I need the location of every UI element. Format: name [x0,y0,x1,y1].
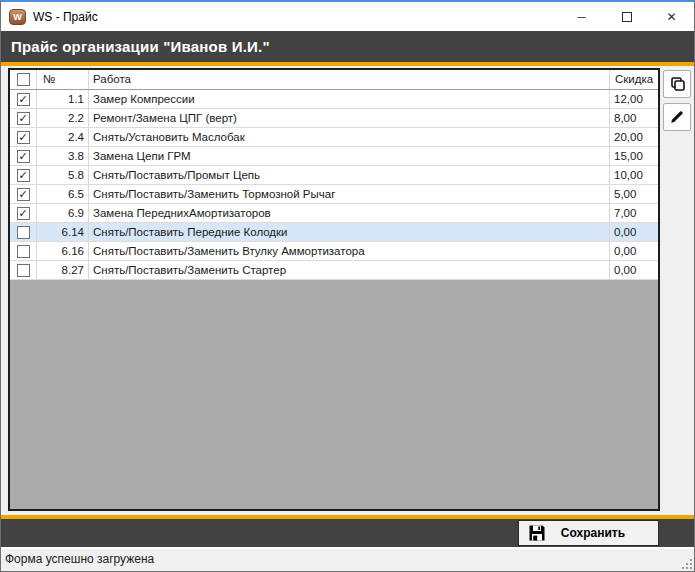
table-row[interactable]: ✓2.4Снять/Установить Маслобак20,00 [10,128,658,147]
column-header-discount: Скидка [610,70,658,89]
status-text: Форма успешно загружена [5,552,154,566]
row-checkbox[interactable]: ✓ [17,188,30,201]
edit-icon [669,109,685,125]
row-discount: 0,00 [610,261,658,279]
table-row[interactable]: ✓2.2Ремонт/Замена ЦПГ (верт)8,00 [10,109,658,128]
row-checkbox[interactable] [17,226,30,239]
row-number: 2.2 [37,109,89,127]
row-discount: 5,00 [610,185,658,203]
row-discount: 12,00 [610,90,658,108]
maximize-button[interactable] [604,2,649,31]
column-header-work: Работа [89,70,610,89]
window-title: WS - Прайс [33,10,559,24]
minimize-icon: ─ [577,10,586,24]
row-discount: 20,00 [610,128,658,146]
select-all-checkbox[interactable] [17,73,30,86]
row-checkbox-cell: ✓ [10,166,37,184]
table-row[interactable]: ✓5.8Снять/Поставить/Промыт Цепь10,00 [10,166,658,185]
row-checkbox-cell [10,242,37,260]
row-number: 8.27 [37,261,89,279]
row-checkbox[interactable]: ✓ [17,169,30,182]
column-header-number: № [37,70,89,89]
page-title: Прайс организации "Иванов И.И." [11,38,270,55]
table-row[interactable]: ✓6.5Снять/Поставить/Заменить Тормозной Р… [10,185,658,204]
row-work: Замер Компрессии [89,90,610,108]
row-checkbox-cell [10,223,37,241]
row-work: Снять/Поставить Передние Колодки [89,223,610,241]
table-row[interactable]: ✓6.9Замена ПереднихАмортизаторов7,00 [10,204,658,223]
row-checkbox[interactable]: ✓ [17,207,30,220]
row-number: 5.8 [37,166,89,184]
close-icon: ✕ [666,10,676,24]
row-discount: 0,00 [610,223,658,241]
maximize-icon [622,12,632,22]
tool-strip [660,68,694,515]
save-icon [528,524,546,542]
row-discount: 15,00 [610,147,658,165]
app-icon: W [9,9,26,25]
copy-button[interactable] [663,70,691,98]
content-area: № Работа Скидка ✓1.1Замер Компрессии12,0… [1,66,694,515]
resize-grip-icon[interactable] [680,557,692,569]
row-number: 1.1 [37,90,89,108]
row-checkbox-cell: ✓ [10,109,37,127]
table-row[interactable]: ✓1.1Замер Компрессии12,00 [10,90,658,109]
row-checkbox-cell: ✓ [10,90,37,108]
row-discount: 0,00 [610,242,658,260]
minimize-button[interactable]: ─ [559,2,604,31]
row-checkbox-cell: ✓ [10,128,37,146]
table-row[interactable]: 6.14Снять/Поставить Передние Колодки0,00 [10,223,658,242]
row-number: 6.14 [37,223,89,241]
row-number: 2.4 [37,128,89,146]
row-checkbox[interactable]: ✓ [17,131,30,144]
row-checkbox[interactable]: ✓ [17,150,30,163]
row-work: Снять/Установить Маслобак [89,128,610,146]
row-number: 6.5 [37,185,89,203]
save-button-label: Сохранить [546,526,658,540]
row-number: 6.9 [37,204,89,222]
header-checkbox-cell [10,70,37,89]
row-checkbox[interactable] [17,264,30,277]
table-row[interactable]: ✓3.8Замена Цепи ГРМ15,00 [10,147,658,166]
row-checkbox-cell: ✓ [10,185,37,203]
row-checkbox[interactable]: ✓ [17,93,30,106]
row-discount: 8,00 [610,109,658,127]
copy-icon [669,76,686,93]
footer-bar: Сохранить [1,519,694,547]
status-bar: Форма успешно загружена [1,549,694,571]
row-work: Замена ПереднихАмортизаторов [89,204,610,222]
edit-button[interactable] [663,103,691,131]
row-work: Ремонт/Замена ЦПГ (верт) [89,109,610,127]
save-button[interactable]: Сохранить [518,520,659,546]
row-number: 3.8 [37,147,89,165]
table-row[interactable]: 8.27Снять/Поставить/Заменить Стартер0,00 [10,261,658,280]
title-bar: W WS - Прайс ─ ✕ [1,2,694,31]
row-checkbox[interactable] [17,245,30,258]
app-window: W WS - Прайс ─ ✕ Прайс организации "Иван… [0,0,695,572]
row-discount: 7,00 [610,204,658,222]
table-header-row: № Работа Скидка [10,70,658,90]
row-checkbox[interactable]: ✓ [17,112,30,125]
page-header: Прайс организации "Иванов И.И." [1,31,694,62]
close-button[interactable]: ✕ [649,2,694,31]
price-table: № Работа Скидка ✓1.1Замер Компрессии12,0… [8,68,660,511]
row-work: Снять/Поставить/Промыт Цепь [89,166,610,184]
row-number: 6.16 [37,242,89,260]
table-body: ✓1.1Замер Компрессии12,00✓2.2Ремонт/Заме… [10,90,658,280]
row-work: Замена Цепи ГРМ [89,147,610,165]
table-empty-area [10,280,658,509]
row-checkbox-cell [10,261,37,279]
row-discount: 10,00 [610,166,658,184]
table-row[interactable]: 6.16Снять/Поставить/Заменить Втулку Аммо… [10,242,658,261]
row-checkbox-cell: ✓ [10,204,37,222]
row-work: Снять/Поставить/Заменить Втулку Аммортиз… [89,242,610,260]
row-work: Снять/Поставить/Заменить Тормозной Рычаг [89,185,610,203]
row-checkbox-cell: ✓ [10,147,37,165]
row-work: Снять/Поставить/Заменить Стартер [89,261,610,279]
